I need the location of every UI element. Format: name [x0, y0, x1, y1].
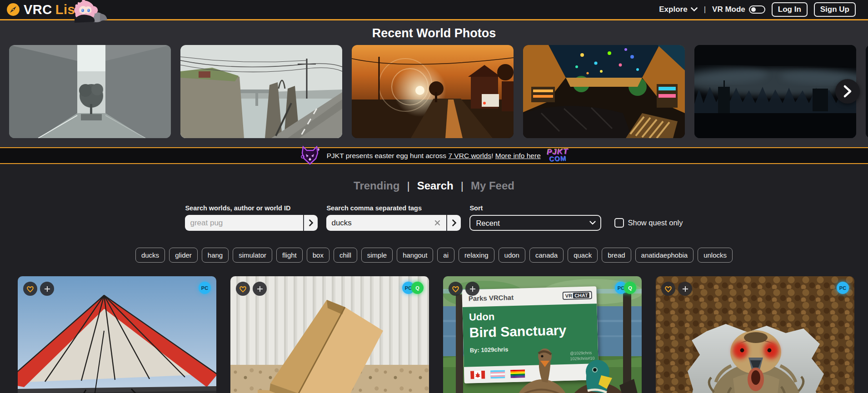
tag-pill[interactable]: simulator: [233, 248, 272, 263]
tag-pill[interactable]: chill: [334, 248, 357, 263]
tag-pill[interactable]: anatidaephobia: [635, 248, 694, 263]
world-card[interactable]: PC: [18, 276, 216, 393]
world-photo-6[interactable]: [866, 45, 868, 138]
tag-pill[interactable]: quack: [568, 248, 598, 263]
world-card[interactable]: PC: [656, 276, 854, 393]
card-actions: [236, 282, 267, 296]
heart-icon: [239, 285, 247, 293]
sort-select[interactable]: Recent: [469, 215, 601, 231]
tag-search-submit-button[interactable]: [446, 215, 461, 231]
vr-mode-label: VR Mode: [712, 5, 745, 14]
world-search-input[interactable]: [190, 219, 299, 228]
tag-pill[interactable]: simple: [361, 248, 393, 263]
vr-mode-group: VR Mode: [712, 5, 765, 14]
tab-separator: |: [461, 179, 464, 192]
plus-icon: [44, 285, 51, 293]
heart-icon: [452, 285, 459, 293]
toggle-knob: [751, 7, 756, 12]
quest-platform-badge: Q: [411, 282, 424, 294]
section-title: Recent World Photos: [0, 25, 868, 41]
world-photo-4[interactable]: [523, 45, 685, 138]
favorite-heart-button[interactable]: [449, 282, 463, 296]
tag-suggestions: ducks glider hang simulator flight box c…: [0, 248, 868, 263]
world-search-label: Search worlds, author or world ID: [185, 204, 318, 212]
chevron-right-icon: [309, 219, 314, 227]
world-photo-1[interactable]: [9, 45, 171, 138]
pjkt-fox-icon: [299, 145, 320, 165]
add-to-list-button[interactable]: [465, 282, 479, 296]
world-card[interactable]: Parks VRChat VRCHAT Udon Bird Sanctuary …: [443, 276, 642, 393]
chevron-down-icon: [691, 7, 698, 12]
event-banner: PJKT presents easter egg hunt across 7 V…: [0, 147, 868, 164]
vr-mode-toggle[interactable]: [749, 5, 765, 14]
tag-pill[interactable]: hang: [202, 248, 229, 263]
signup-button[interactable]: Sign Up: [814, 2, 856, 17]
tag-pill[interactable]: unlocks: [698, 248, 733, 263]
tag-search-label: Search comma separated tags: [326, 204, 461, 212]
tag-search-input[interactable]: [331, 219, 432, 228]
card-actions: [23, 282, 54, 296]
sign-line1: Udon: [469, 308, 591, 323]
pc-platform-badge: PC: [837, 282, 849, 294]
main-content: Trending | Search | My Feed Search world…: [0, 179, 868, 393]
tag-pill[interactable]: ai: [437, 248, 454, 263]
header-nav: Explore | VR Mode Log In Sign Up: [659, 2, 856, 17]
close-x-icon: [434, 219, 441, 226]
mascot-image: [68, 0, 110, 24]
banner-message: PJKT presents easter egg hunt across 7 V…: [327, 152, 541, 160]
world-search-submit-button[interactable]: [303, 215, 318, 231]
explore-label: Explore: [659, 5, 687, 14]
banner-info-link[interactable]: More info here: [495, 152, 541, 159]
vrc-list-page: VRCList Explore |: [0, 0, 868, 393]
quest-only-checkbox[interactable]: [614, 218, 624, 228]
login-button[interactable]: Log In: [772, 2, 808, 17]
sign-social-handles: @1029chris 1029chris#10: [570, 350, 595, 361]
photo-carousel: [0, 45, 868, 138]
tag-pill[interactable]: hangout: [397, 248, 433, 263]
platform-badges: PC: [199, 282, 211, 294]
tag-pill[interactable]: udon: [499, 248, 525, 263]
banner-worlds-link[interactable]: 7 VRC worlds: [448, 152, 491, 159]
compass-icon: [6, 3, 20, 16]
world-card[interactable]: PC Q: [230, 276, 429, 393]
clear-tags-button[interactable]: [432, 219, 443, 226]
world-search-field: Search worlds, author or world ID: [185, 204, 318, 231]
canada-flag-icon: [470, 371, 485, 379]
favorite-heart-button[interactable]: [236, 282, 250, 296]
heart-icon: [664, 285, 672, 293]
add-to-list-button[interactable]: [678, 282, 692, 296]
card-actions: [449, 282, 479, 296]
world-photo-5[interactable]: [694, 45, 856, 138]
vrchat-logo: VRCHAT: [563, 291, 592, 300]
plus-icon: [469, 285, 476, 293]
chevron-right-icon: [843, 85, 852, 98]
plus-icon: [682, 285, 689, 293]
add-to-list-button[interactable]: [253, 282, 267, 296]
tab-trending[interactable]: Trending: [354, 179, 399, 192]
carousel-next-button[interactable]: [835, 79, 860, 104]
banner-exclaim: !: [491, 152, 493, 159]
tag-pill[interactable]: relaxing: [459, 248, 494, 263]
tag-pill[interactable]: bread: [602, 248, 631, 263]
platform-badges: PC Q: [402, 282, 424, 294]
platform-badges: PC: [837, 282, 849, 294]
quest-only-group: Show quest only: [614, 218, 683, 228]
tag-pill[interactable]: flight: [276, 248, 303, 263]
tag-pill[interactable]: canada: [529, 248, 564, 263]
tab-my-feed[interactable]: My Feed: [471, 179, 514, 192]
recent-photos-section: Recent World Photos: [0, 20, 868, 147]
tab-search[interactable]: Search: [417, 179, 454, 192]
pjkt-com-logo[interactable]: PJKT COM: [547, 148, 569, 163]
favorite-heart-button[interactable]: [661, 282, 675, 296]
add-to-list-button[interactable]: [40, 282, 54, 296]
world-photo-3[interactable]: [352, 45, 514, 138]
quest-platform-badge: Q: [624, 282, 636, 294]
banner-text-before: PJKT presents easter egg hunt across: [327, 152, 446, 159]
tag-pill[interactable]: box: [307, 248, 329, 263]
heart-icon: [26, 285, 34, 293]
favorite-heart-button[interactable]: [23, 282, 37, 296]
tag-pill[interactable]: ducks: [135, 248, 165, 263]
tag-pill[interactable]: glider: [169, 248, 198, 263]
explore-menu[interactable]: Explore: [659, 5, 697, 14]
world-photo-2[interactable]: [180, 45, 342, 138]
